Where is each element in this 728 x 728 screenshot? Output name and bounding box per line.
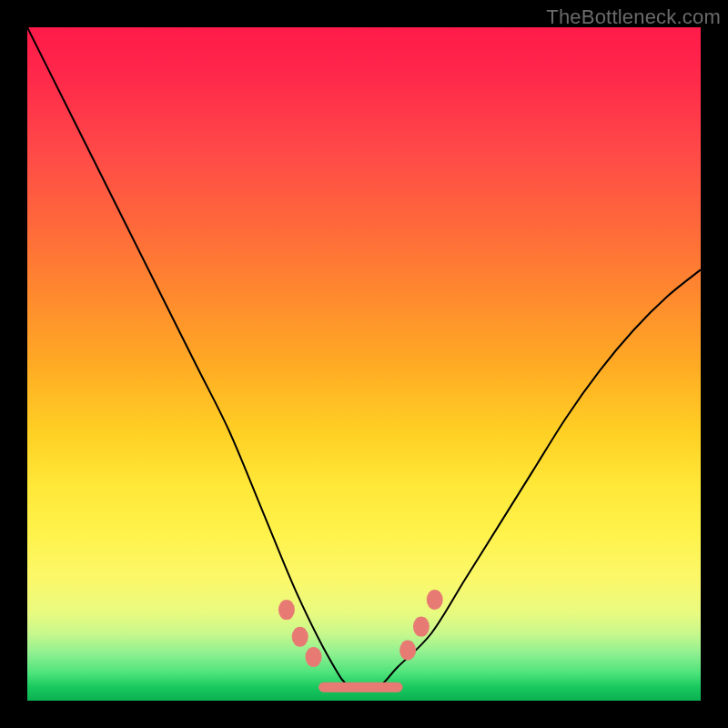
valley-beads-group: [278, 590, 443, 667]
valley-bead: [292, 627, 308, 647]
bottleneck-curve: [27, 27, 701, 690]
valley-bead: [399, 641, 416, 661]
valley-bead: [413, 617, 430, 637]
chart-overlay-svg: [27, 27, 701, 701]
valley-bead: [278, 600, 295, 620]
plot-area: [27, 27, 701, 701]
chart-frame: TheBottleneck.com: [0, 0, 728, 728]
valley-bead: [306, 647, 322, 667]
watermark-text: TheBottleneck.com: [546, 5, 721, 29]
valley-bead: [427, 590, 443, 610]
